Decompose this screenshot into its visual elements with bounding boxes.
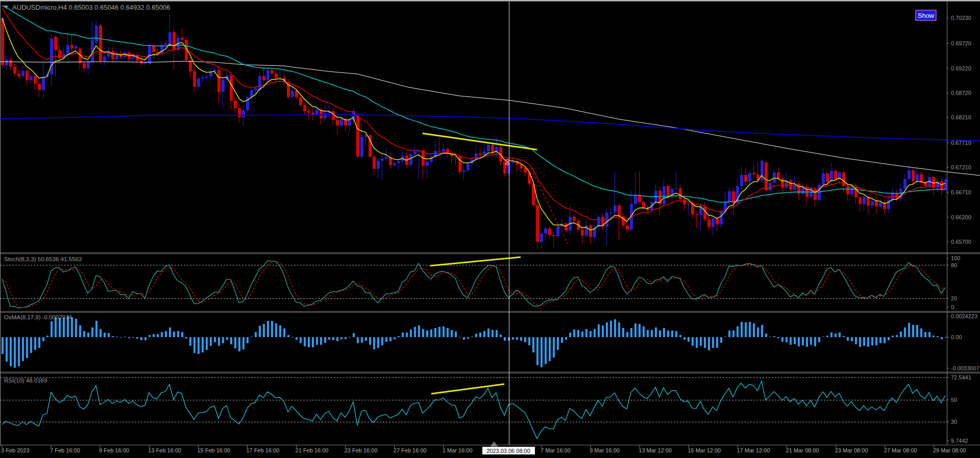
svg-text:0.69720: 0.69720: [951, 40, 971, 46]
svg-text:0.66710: 0.66710: [951, 189, 971, 195]
svg-text:0.0024223: 0.0024223: [951, 313, 977, 319]
svg-text:0.67210: 0.67210: [951, 164, 971, 170]
svg-text:Stoch(8,3,3) 50.6536 41.5563: Stoch(8,3,3) 50.6536 41.5563: [4, 256, 82, 262]
svg-text:Show: Show: [918, 12, 935, 19]
svg-text:15 Feb 16:00: 15 Feb 16:00: [197, 447, 230, 453]
svg-text:RSI(10) 48.0169: RSI(10) 48.0169: [4, 377, 47, 384]
svg-text:21 Mar 08:00: 21 Mar 08:00: [786, 447, 819, 453]
svg-text:0.70230: 0.70230: [951, 15, 971, 21]
svg-text:13 Feb 16:00: 13 Feb 16:00: [148, 447, 181, 453]
svg-text:7 Mar 16:00: 7 Mar 16:00: [541, 447, 571, 453]
svg-text:0.68210: 0.68210: [951, 114, 971, 120]
svg-text:-0.0033007: -0.0033007: [951, 365, 979, 371]
svg-text:2023.03.06 08:00: 2023.03.06 08:00: [486, 448, 530, 454]
svg-text:23 Feb 16:00: 23 Feb 16:00: [345, 447, 378, 453]
svg-text:100: 100: [951, 255, 960, 261]
svg-text:27 Mar 08:00: 27 Mar 08:00: [884, 447, 917, 453]
svg-text:20: 20: [951, 295, 957, 301]
svg-text:23 Mar 08:00: 23 Mar 08:00: [835, 447, 868, 453]
svg-text:13 Mar 12:00: 13 Mar 12:00: [639, 447, 672, 453]
svg-text:0: 0: [951, 304, 954, 310]
svg-text:72.5441: 72.5441: [951, 374, 971, 380]
svg-text:0.69220: 0.69220: [951, 65, 971, 71]
svg-text:0.65700: 0.65700: [951, 239, 971, 245]
svg-text:1 Mar 16:00: 1 Mar 16:00: [443, 447, 473, 453]
svg-text:0.00: 0.00: [951, 334, 962, 340]
svg-text:9 Mar 16:00: 9 Mar 16:00: [590, 447, 620, 453]
svg-text:17 Feb 16:00: 17 Feb 16:00: [247, 447, 280, 453]
svg-text:21 Feb 16:00: 21 Feb 16:00: [296, 447, 329, 453]
svg-text:OsMA(8,17,9) -0.0002934: OsMA(8,17,9) -0.0002934: [4, 314, 72, 320]
svg-text:50: 50: [951, 397, 957, 403]
svg-text:0.68720: 0.68720: [951, 90, 971, 96]
svg-text:0.67710: 0.67710: [951, 140, 971, 146]
svg-text:0.66200: 0.66200: [951, 214, 971, 220]
svg-text:80: 80: [951, 262, 957, 268]
svg-text:7 Feb 16:00: 7 Feb 16:00: [50, 447, 80, 453]
svg-text:9 Feb 16:00: 9 Feb 16:00: [99, 447, 129, 453]
svg-text:27 Feb 16:00: 27 Feb 16:00: [394, 447, 427, 453]
svg-text:30: 30: [951, 419, 957, 425]
svg-text:3 Feb 2023: 3 Feb 2023: [1, 447, 30, 453]
svg-text:AUDUSDmicro,H4 0.65003 0.6504: AUDUSDmicro,H4 0.65003 0.65046 0.64932 0…: [12, 4, 170, 11]
svg-text:29 Mar 08:00: 29 Mar 08:00: [933, 447, 966, 453]
svg-text:9.7442: 9.7442: [951, 438, 968, 444]
svg-text:17 Mar 12:00: 17 Mar 12:00: [737, 447, 770, 453]
svg-text:15 Mar 12:00: 15 Mar 12:00: [688, 447, 721, 453]
